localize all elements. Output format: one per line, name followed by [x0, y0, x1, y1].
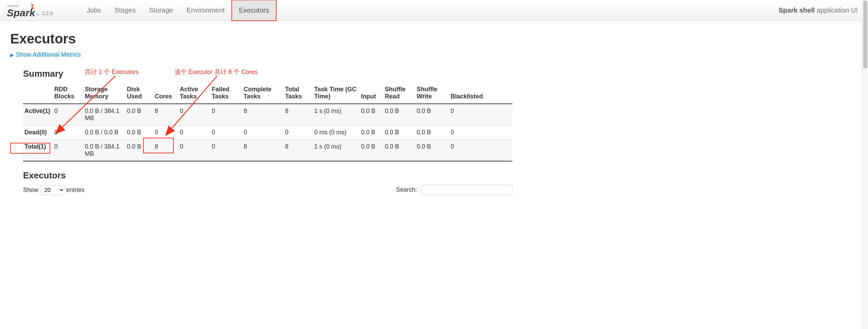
col-cores: Cores [155, 82, 180, 104]
summary-header-row: RDD Blocks Storage Memory Disk Used Core… [23, 82, 512, 104]
col-input: Input [361, 82, 385, 104]
row-label: Total(1) [23, 140, 54, 161]
entries-select[interactable]: 20 [40, 185, 64, 195]
cell-mem: 0.0 B / 384.1 MB [85, 140, 127, 161]
cell-disk: 0.0 B [127, 125, 155, 140]
cell-complete: 0 [244, 125, 285, 140]
cell-black: 0 [451, 125, 512, 140]
cell-rdd: 0 [54, 140, 85, 161]
col-disk-used: Disk Used [127, 82, 155, 104]
executors-controls: Show 20 entries Search: [10, 185, 512, 195]
cell-sread: 0.0 B [385, 140, 417, 161]
cell-input: 0.0 B [361, 140, 385, 161]
show-label-pre: Show [23, 187, 38, 193]
table-row: Dead(0)00.0 B / 0.0 B0.0 B000000 ms (0 m… [23, 125, 512, 140]
cell-sread: 0.0 B [385, 104, 417, 125]
brand: APACHE Spark ™ 2.2.3 [7, 3, 53, 18]
cell-swrite: 0.0 B [417, 104, 451, 125]
col-shuffle-read: Shuffle Read [385, 82, 417, 104]
tab-stages[interactable]: Stages [108, 0, 142, 21]
col-status [23, 82, 54, 104]
table-row: Active(1)00.0 B / 384.1 MB0.0 B800881 s … [23, 104, 512, 125]
cell-mem: 0.0 B / 0.0 B [85, 125, 127, 140]
col-complete-tasks: Complete Tasks [244, 82, 285, 104]
content: Executors ▶ Show Additional Metrics 共计 1… [0, 21, 523, 202]
col-rdd-blocks: RDD Blocks [54, 82, 85, 104]
cell-total: 8 [285, 104, 314, 125]
show-additional-metrics[interactable]: ▶ Show Additional Metrics [10, 51, 512, 58]
cell-total: 0 [285, 125, 314, 140]
show-additional-label: Show Additional Metrics [16, 51, 81, 58]
col-storage-memory: Storage Memory [85, 82, 127, 104]
cell-mem: 0.0 B / 384.1 MB [85, 104, 127, 125]
app-title: Spark shell application UI [779, 6, 858, 14]
table-row: Total(1)00.0 B / 384.1 MB0.0 B800881 s (… [23, 140, 512, 161]
cell-active: 0 [180, 125, 212, 140]
cell-failed: 0 [212, 125, 244, 140]
summary-heading: Summary [23, 69, 512, 79]
col-blacklisted: Blacklisted [451, 82, 512, 104]
app-name: Spark shell [779, 6, 815, 14]
svg-text:APACHE: APACHE [7, 5, 19, 7]
caret-right-icon: ▶ [10, 52, 14, 58]
col-active-tasks: Active Tasks [180, 82, 212, 104]
cell-rdd: 0 [54, 125, 85, 140]
cell-cores: 0 [155, 125, 180, 140]
cell-input: 0.0 B [361, 125, 385, 140]
nav-tabs: Jobs Stages Storage Environment Executor… [80, 0, 277, 21]
tab-environment[interactable]: Environment [180, 0, 231, 21]
entries-control: Show 20 entries [23, 185, 84, 195]
cell-disk: 0.0 B [127, 140, 155, 161]
app-suffix: application UI [817, 6, 858, 14]
cell-swrite: 0.0 B [417, 140, 451, 161]
col-task-time: Task Time (GC Time) [314, 82, 361, 104]
summary-table: RDD Blocks Storage Memory Disk Used Core… [23, 82, 512, 161]
tab-storage[interactable]: Storage [143, 0, 180, 21]
cell-cores: 8 [155, 104, 180, 125]
col-total-tasks: Total Tasks [285, 82, 314, 104]
cell-black: 0 [451, 140, 512, 161]
tab-jobs[interactable]: Jobs [80, 0, 108, 21]
cell-active: 0 [180, 104, 212, 125]
svg-text:™: ™ [36, 13, 39, 17]
scrollbar[interactable] [862, 0, 868, 202]
cell-total: 8 [285, 140, 314, 161]
cell-active: 0 [180, 140, 212, 161]
cell-rdd: 0 [54, 104, 85, 125]
show-label-post: entries [66, 187, 84, 193]
col-failed-tasks: Failed Tasks [212, 82, 244, 104]
cell-disk: 0.0 B [127, 104, 155, 125]
svg-text:Spark: Spark [7, 7, 36, 18]
col-shuffle-write: Shuffle Write [417, 82, 451, 104]
cell-swrite: 0.0 B [417, 125, 451, 140]
cell-tasktime: 0 ms (0 ms) [314, 125, 361, 140]
tab-executors[interactable]: Executors [231, 0, 277, 21]
cell-sread: 0.0 B [385, 125, 417, 140]
cell-black: 0 [451, 104, 512, 125]
cell-cores: 8 [155, 140, 180, 161]
cell-failed: 0 [212, 104, 244, 125]
search-control: Search: [396, 185, 512, 195]
cell-input: 0.0 B [361, 104, 385, 125]
row-label: Active(1) [23, 104, 54, 125]
scroll-thumb[interactable] [863, 1, 867, 69]
row-label: Dead(0) [23, 125, 54, 140]
cell-complete: 8 [244, 140, 285, 161]
cell-tasktime: 1 s (0 ms) [314, 140, 361, 161]
cell-failed: 0 [212, 140, 244, 161]
page-title: Executors [10, 31, 512, 46]
cell-tasktime: 1 s (0 ms) [314, 104, 361, 125]
cell-complete: 8 [244, 104, 285, 125]
executors-heading: Executors [23, 170, 512, 181]
search-label: Search: [396, 186, 417, 193]
spark-version: 2.2.3 [42, 11, 53, 16]
search-input[interactable] [421, 185, 512, 195]
spark-logo-icon: APACHE Spark ™ [7, 3, 39, 18]
navbar: APACHE Spark ™ 2.2.3 Jobs Stages Storage… [0, 0, 868, 21]
